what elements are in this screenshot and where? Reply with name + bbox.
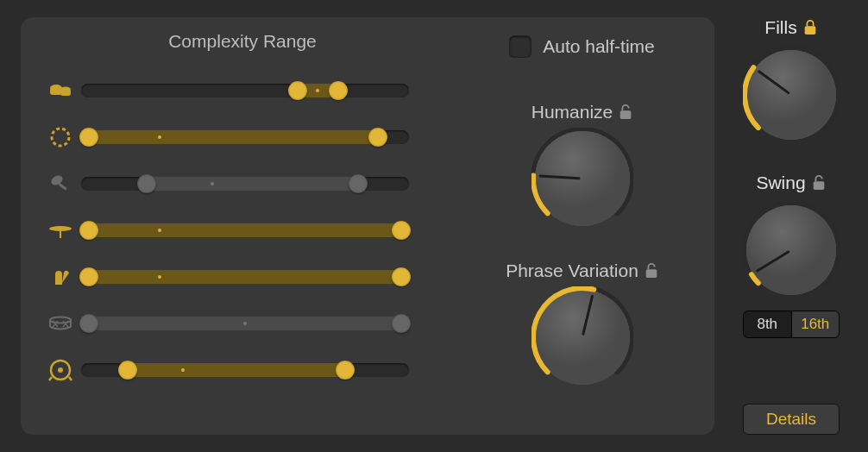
range-handle-high[interactable] [368,128,387,147]
panel-right: Auto half-time Humanize Phrase Variation [445,31,694,416]
complexity-row [40,207,445,254]
svg-point-11 [58,367,63,373]
svg-rect-6 [58,183,67,191]
kick-icon[interactable] [40,357,81,383]
fills-label: Fills [764,17,796,38]
complexity-slider[interactable] [81,363,409,377]
range-handle-high[interactable] [392,267,411,286]
details-label: Details [766,410,816,429]
complexity-slider[interactable] [81,177,409,191]
humanize-label: Humanize [531,102,613,122]
svg-rect-20 [804,26,815,35]
range-handle-high[interactable] [392,221,411,240]
complexity-row [40,300,445,347]
complexity-row [40,67,445,114]
bongos-icon[interactable] [40,78,81,104]
svg-rect-12 [620,110,632,119]
swing-resolution-toggle[interactable]: 8th16th [743,311,840,338]
phrase-variation-knob[interactable] [531,286,633,388]
tambourine-icon[interactable] [40,124,81,150]
range-handle-low[interactable] [79,128,98,147]
humanize-group: Humanize [531,102,634,229]
complexity-slider[interactable] [81,84,409,97]
range-handle-low[interactable] [79,267,98,286]
phrase-variation-label: Phrase Variation [506,261,638,281]
complexity-slider[interactable] [81,223,409,237]
snare-icon[interactable] [40,311,81,336]
unlock-icon[interactable] [811,174,827,191]
drummer-panel: Complexity Range Auto half-time Humanize… [21,17,714,435]
complexity-slider[interactable] [81,270,409,284]
range-handle-low[interactable] [79,314,98,333]
auto-half-time-label: Auto half-time [543,36,655,57]
range-handle-high[interactable] [392,314,411,333]
phrase-variation-group: Phrase Variation [506,261,659,388]
swing-option-16th[interactable]: 16th [791,311,840,337]
range-handle-low[interactable] [79,221,98,240]
svg-rect-16 [646,269,657,278]
swing-option-8th[interactable]: 8th [744,311,791,337]
details-button[interactable]: Details [743,404,840,435]
complexity-row [40,114,445,160]
complexity-range-title: Complexity Range [40,31,445,52]
range-handle-high[interactable] [349,174,368,193]
complexity-row [40,347,445,393]
swing-label: Swing [756,173,805,193]
range-handle-high[interactable] [329,81,348,100]
swing-knob[interactable] [743,202,840,298]
svg-rect-24 [813,181,824,190]
svg-rect-1 [50,88,62,95]
complexity-slider[interactable] [81,130,409,144]
svg-rect-8 [60,229,61,238]
complexity-range-section: Complexity Range [40,31,445,416]
range-handle-low[interactable] [118,361,137,380]
humanize-knob[interactable] [531,128,633,229]
unlock-icon[interactable] [618,104,633,121]
svg-rect-3 [60,90,71,96]
cymbal-icon[interactable] [40,217,81,243]
unlock-icon[interactable] [644,262,659,279]
fills-knob[interactable] [743,47,840,143]
side-column: Fills Swing 8th16th Details [714,17,856,435]
claps-icon[interactable] [40,264,81,290]
shaker-icon[interactable] [40,171,81,197]
svg-point-4 [52,129,69,146]
complexity-slider[interactable] [81,317,409,330]
range-handle-high[interactable] [336,361,355,380]
lock-icon[interactable] [802,19,818,36]
auto-half-time-row[interactable]: Auto half-time [510,36,655,57]
complexity-row [40,160,445,207]
complexity-row [40,254,445,300]
auto-half-time-checkbox[interactable] [510,36,531,57]
